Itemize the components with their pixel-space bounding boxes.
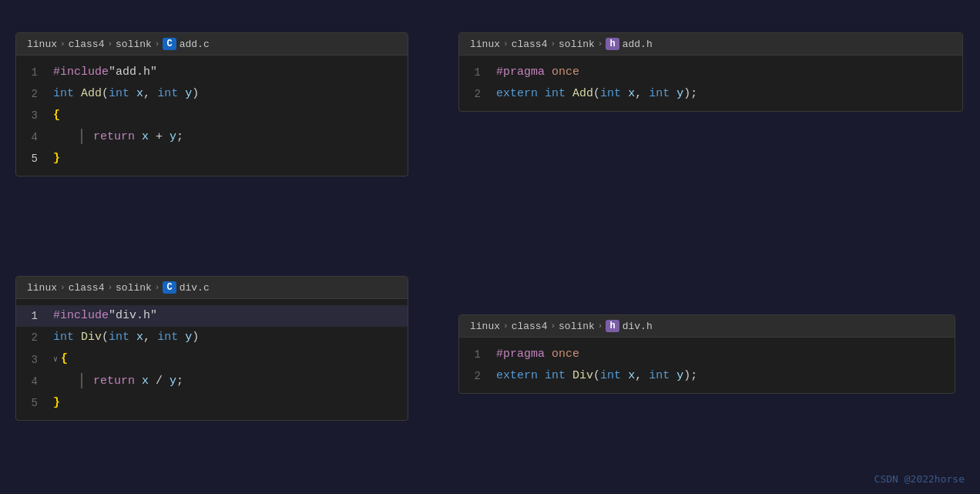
breadcrumb-class4: class4	[512, 321, 548, 332]
code-line: 5 }	[16, 148, 408, 170]
sep2: ›	[107, 39, 112, 49]
code-line: 4 return x / y;	[16, 371, 408, 392]
sep3: ›	[155, 283, 160, 292]
code-content: return x + y;	[53, 126, 183, 148]
lang-badge-h: h	[606, 38, 619, 50]
breadcrumb-solink: solink	[116, 282, 152, 294]
line-number: 1	[465, 344, 496, 365]
filename-add-c: add.c	[180, 39, 210, 50]
lang-badge-h: h	[606, 320, 619, 332]
line-number: 1	[465, 62, 496, 83]
sep2: ›	[107, 283, 112, 292]
filename-div-h: div.h	[623, 321, 653, 332]
code-content: ∨{	[53, 348, 68, 371]
code-content: int Div(int x, int y)	[53, 327, 199, 348]
code-content: #include"div.h"	[53, 305, 157, 327]
add-h-body: 1 #pragma once 2 extern int Add(int x, i…	[459, 55, 962, 111]
sep3: ›	[598, 321, 603, 331]
breadcrumb-linux: linux	[470, 321, 500, 332]
sep1: ›	[60, 39, 65, 49]
line-number: 2	[465, 83, 496, 105]
line-number: 4	[22, 126, 53, 148]
div-c-panel: linux › class4 › solink › C div.c 1 #inc…	[15, 276, 408, 421]
code-content: }	[53, 392, 60, 414]
breadcrumb-solink: solink	[559, 321, 595, 332]
sep2: ›	[550, 321, 555, 331]
code-line: 2 int Add(int x, int y)	[16, 83, 408, 105]
code-line: 2 extern int Div(int x, int y);	[459, 365, 955, 387]
code-line: 2 int Div(int x, int y)	[16, 327, 408, 348]
code-line: 3 ∨{	[16, 348, 408, 371]
div-h-body: 1 #pragma once 2 extern int Div(int x, i…	[459, 338, 955, 393]
code-content: #pragma once	[496, 62, 579, 83]
line-number: 3	[22, 105, 53, 126]
code-content: #pragma once	[496, 344, 579, 365]
breadcrumb-linux: linux	[27, 282, 57, 294]
code-line: 1 #pragma once	[459, 344, 955, 365]
code-line: 2 extern int Add(int x, int y);	[459, 83, 962, 105]
line-number: 5	[22, 392, 53, 414]
code-line: 1 #include"add.h"	[16, 62, 408, 83]
breadcrumb-linux: linux	[470, 39, 500, 50]
code-content: extern int Add(int x, int y);	[496, 83, 697, 105]
lang-badge-c: C	[163, 281, 176, 294]
div-h-panel: linux › class4 › solink › h div.h 1 #pra…	[458, 314, 955, 394]
div-c-breadcrumb: linux › class4 › solink › C div.c	[16, 277, 408, 299]
line-number: 1	[22, 305, 53, 327]
code-content: int Add(int x, int y)	[53, 83, 199, 105]
breadcrumb-class4: class4	[69, 39, 105, 50]
sep2: ›	[550, 39, 555, 49]
sep3: ›	[155, 39, 160, 49]
code-content: }	[53, 148, 60, 170]
line-number: 2	[22, 327, 53, 348]
sep1: ›	[503, 321, 508, 331]
code-line: 1 #include"div.h"	[16, 305, 408, 327]
code-content: return x / y;	[53, 371, 183, 392]
code-line: 1 #pragma once	[459, 62, 962, 83]
watermark: CSDN @2022horse	[874, 473, 965, 485]
code-line: 3 {	[16, 105, 408, 126]
line-number: 4	[22, 371, 53, 392]
line-number: 3	[22, 349, 53, 371]
add-h-breadcrumb: linux › class4 › solink › h add.h	[459, 33, 962, 55]
line-number: 5	[22, 148, 53, 170]
lang-badge-c: C	[163, 38, 176, 50]
code-content: #include"add.h"	[53, 62, 157, 83]
breadcrumb-class4: class4	[512, 39, 548, 50]
add-h-panel: linux › class4 › solink › h add.h 1 #pra…	[458, 32, 963, 112]
add-c-body: 1 #include"add.h" 2 int Add(int x, int y…	[16, 55, 408, 176]
breadcrumb-solink: solink	[559, 39, 595, 50]
div-h-breadcrumb: linux › class4 › solink › h div.h	[459, 315, 955, 338]
add-c-panel: linux › class4 › solink › C add.c 1 #inc…	[15, 32, 408, 176]
breadcrumb-class4: class4	[69, 282, 105, 294]
code-content: {	[53, 105, 60, 126]
sep1: ›	[60, 283, 65, 292]
sep3: ›	[598, 39, 603, 49]
line-number: 2	[22, 83, 53, 105]
filename-add-h: add.h	[623, 39, 653, 50]
line-number: 1	[22, 62, 53, 83]
div-c-body: 1 #include"div.h" 2 int Div(int x, int y…	[16, 299, 408, 420]
sep1: ›	[503, 39, 508, 49]
breadcrumb-linux: linux	[27, 39, 57, 50]
code-line: 4 return x + y;	[16, 126, 408, 148]
code-content: extern int Div(int x, int y);	[496, 365, 697, 387]
filename-div-c: div.c	[180, 282, 210, 294]
line-number: 2	[465, 365, 496, 387]
code-line: 5 }	[16, 392, 408, 414]
add-c-breadcrumb: linux › class4 › solink › C add.c	[16, 33, 408, 55]
breadcrumb-solink: solink	[116, 39, 152, 50]
